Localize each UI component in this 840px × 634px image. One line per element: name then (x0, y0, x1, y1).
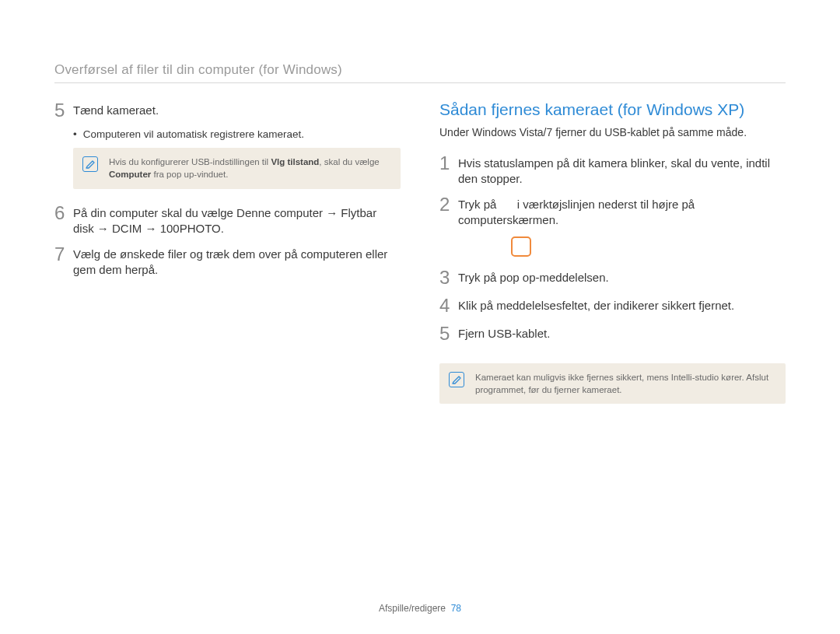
step-6: 6 På din computer skal du vælge Denne co… (54, 203, 401, 237)
step-number: 4 (439, 296, 458, 316)
left-column: 5 Tænd kameraet. Computeren vil automati… (54, 100, 401, 418)
step-3: 3 Tryk på pop op-meddelelsen. (439, 268, 786, 288)
bullet-text: Computeren vil automatisk registrere kam… (83, 128, 304, 140)
step-text: På din computer skal du vælge Denne comp… (73, 203, 401, 237)
note-target: Computer (109, 170, 151, 179)
path-c: DCIM (109, 222, 145, 235)
footer-section: Afspille/redigere (379, 603, 446, 614)
note-post: fra pop up-vinduet. (151, 170, 228, 179)
arrow-icon: → (145, 222, 157, 235)
step-1: 1 Hvis statuslampen på dit kamera blinke… (439, 153, 786, 187)
step-text: Tryk på i værktøjslinjen nederst til høj… (458, 194, 786, 229)
step2-pre: Tryk på (458, 198, 500, 211)
step-text: Tryk på pop op-meddelelsen. (458, 268, 609, 285)
step-number: 7 (54, 244, 73, 264)
note-icon (449, 372, 464, 387)
step-text: Vælg de ønskede filer og træk dem over p… (73, 244, 401, 278)
step-text: Hvis statuslampen på dit kamera blinker,… (458, 153, 786, 187)
step-text: Klik på meddelelsesfeltet, der indikerer… (458, 296, 734, 313)
step-text: Fjern USB-kablet. (458, 324, 550, 342)
step-number: 2 (439, 194, 458, 215)
right-column: Sådan fjernes kameraet (for Windows XP) … (439, 100, 786, 418)
step-number: 3 (439, 268, 458, 288)
step-2: 2 Tryk på i værktøjslinjen nederst til h… (439, 194, 786, 229)
step-5-remove: 5 Fjern USB-kablet. (439, 324, 786, 344)
step-7: 7 Vælg de ønskede filer og træk dem over… (54, 244, 401, 278)
section-subtitle: Under Windows Vista/7 fjerner du USB-kab… (439, 125, 786, 141)
path-d: 100PHOTO. (157, 222, 224, 235)
note-icon (82, 156, 98, 172)
arrow-icon: → (97, 222, 109, 235)
step-number: 5 (54, 100, 73, 121)
step-number: 1 (439, 153, 458, 173)
step-5: 5 Tænd kameraet. (54, 100, 401, 121)
path-a: På din computer skal du vælge Denne comp… (73, 206, 326, 219)
note-usb-setting: Hvis du konfigurerer USB-indstillingen t… (73, 148, 401, 188)
arrow-icon: → (326, 206, 338, 219)
note-intelli-studio: Kameraet kan muligvis ikke fjernes sikke… (439, 363, 786, 404)
step-number: 5 (439, 324, 458, 344)
page-header: Overførsel af filer til din computer (fo… (54, 62, 786, 83)
step-4: 4 Klik på meddelelsesfeltet, der indiker… (439, 296, 786, 316)
note-mid: , skal du vælge (319, 157, 379, 166)
page-footer: Afspille/redigere 78 (0, 603, 840, 614)
step-5-bullet: Computeren vil automatisk registrere kam… (73, 128, 401, 140)
tray-icon-placeholder (511, 236, 531, 257)
note-text: Kameraet kan muligvis ikke fjernes sikke… (475, 371, 773, 396)
manual-page: Overførsel af filer til din computer (fo… (0, 0, 840, 634)
content-columns: 5 Tænd kameraet. Computeren vil automati… (54, 100, 786, 418)
step-text: Tænd kameraet. (73, 100, 159, 118)
section-title: Sådan fjernes kameraet (for Windows XP) (439, 100, 786, 119)
note-text: Hvis du konfigurerer USB-indstillingen t… (109, 156, 388, 180)
page-number: 78 (451, 603, 461, 614)
note-mode: Vlg tilstand (271, 157, 319, 166)
note-pre: Hvis du konfigurerer USB-indstillingen t… (109, 157, 271, 166)
step-number: 6 (54, 203, 73, 223)
